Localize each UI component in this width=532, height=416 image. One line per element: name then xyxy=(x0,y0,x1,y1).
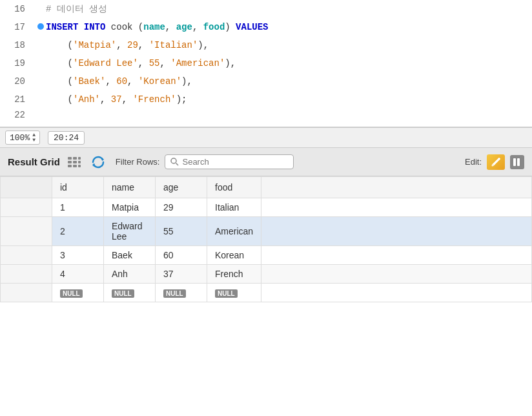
result-grid-label: Result Grid xyxy=(8,156,60,167)
line-indicator xyxy=(36,23,46,30)
cell-extra xyxy=(261,198,532,217)
svg-line-12 xyxy=(176,163,179,166)
grid-view-icon xyxy=(67,156,81,168)
time-display: 20:24 xyxy=(48,131,85,145)
cell-name[interactable]: Matpia xyxy=(104,198,156,217)
row-num-cell xyxy=(1,217,52,246)
table-row[interactable]: 4Anh37French xyxy=(1,265,532,284)
code-token: 'Edward Lee' xyxy=(73,58,138,68)
code-token: ), xyxy=(181,76,192,87)
col-food: food xyxy=(207,177,261,198)
code-token: , xyxy=(127,76,138,87)
cell-id[interactable]: 1 xyxy=(52,198,104,217)
code-token: INSERT INTO xyxy=(46,22,105,32)
pencil-icon xyxy=(491,157,501,167)
svg-rect-8 xyxy=(78,165,81,167)
status-bar: 100% ▲ ▼ 20:24 xyxy=(0,127,532,148)
code-line: 16# 데이터 생성 xyxy=(0,0,532,18)
zoom-control[interactable]: 100% ▲ ▼ xyxy=(5,130,40,145)
code-token: ( xyxy=(46,94,73,105)
null-badge: NULL xyxy=(215,289,238,298)
code-token: 'American' xyxy=(170,58,225,68)
cell-food[interactable]: Italian xyxy=(207,198,261,217)
null-id: NULL xyxy=(52,284,104,302)
table-row[interactable]: 3Baek60Korean xyxy=(1,246,532,265)
cell-food[interactable]: French xyxy=(207,265,261,284)
cell-extra xyxy=(261,265,532,284)
row-num-cell xyxy=(1,265,52,284)
code-line: 20 ('Baek', 60, 'Korean'), xyxy=(0,72,532,90)
svg-rect-2 xyxy=(78,157,81,160)
svg-rect-3 xyxy=(68,161,72,163)
code-token: 55 xyxy=(149,58,160,68)
code-content: # 데이터 생성 xyxy=(46,1,532,17)
filter-rows-label: Filter Rows: xyxy=(116,157,160,167)
code-token: age xyxy=(176,22,192,32)
code-content: ('Anh', 37, 'French'); xyxy=(46,92,532,107)
zoom-arrows: ▲ ▼ xyxy=(32,132,36,143)
edit-pencil-button[interactable] xyxy=(487,154,505,170)
line-number: 19 xyxy=(0,58,36,68)
cell-name[interactable]: Baek xyxy=(104,246,156,265)
cell-id[interactable]: 4 xyxy=(52,265,104,284)
cell-name[interactable]: Edward Lee xyxy=(104,217,156,246)
cell-extra xyxy=(261,246,532,265)
result-table: id name age food 1Matpia29Italian2Edward… xyxy=(0,176,532,302)
cell-age[interactable]: 37 xyxy=(156,265,207,284)
table-row[interactable]: 1Matpia29Italian xyxy=(1,198,532,217)
svg-rect-5 xyxy=(78,161,81,163)
line-number: 16 xyxy=(0,4,36,14)
code-content: ('Matpia', 29, 'Italian'), xyxy=(46,37,532,53)
cell-id[interactable]: 2 xyxy=(52,217,104,246)
code-token: 'Baek' xyxy=(73,76,105,87)
code-token: 'Matpia' xyxy=(73,40,116,50)
grid-view-button[interactable] xyxy=(65,154,83,170)
svg-rect-7 xyxy=(73,165,77,167)
code-line: 18 ('Matpia', 29, 'Italian'), xyxy=(0,36,532,54)
cell-age[interactable]: 29 xyxy=(156,198,207,217)
refresh-button[interactable] xyxy=(88,153,108,171)
row-num-cell xyxy=(1,198,52,217)
null-name: NULL xyxy=(104,284,156,302)
cell-food[interactable]: Korean xyxy=(207,246,261,265)
cell-name[interactable]: Anh xyxy=(104,265,156,284)
code-token: , xyxy=(122,94,133,105)
cell-age[interactable]: 55 xyxy=(156,217,207,246)
code-token: , xyxy=(159,58,170,68)
col-age: age xyxy=(156,177,207,198)
null-badge: NULL xyxy=(112,289,134,298)
search-box[interactable] xyxy=(165,154,294,169)
code-token: ) xyxy=(225,22,236,32)
line-number: 21 xyxy=(0,94,36,105)
svg-marker-9 xyxy=(101,158,104,161)
code-token: ), xyxy=(225,58,236,68)
cell-id[interactable]: 3 xyxy=(52,246,104,265)
null-badge: NULL xyxy=(163,289,186,298)
code-content: ('Edward Lee', 55, 'American'), xyxy=(46,56,532,71)
code-line: 17INSERT INTO cook (name, age, food) VAL… xyxy=(0,18,532,36)
cell-food[interactable]: American xyxy=(207,217,261,246)
code-token: , xyxy=(138,40,149,50)
code-token: , xyxy=(165,22,176,32)
code-token: ( xyxy=(46,76,73,87)
search-input[interactable] xyxy=(182,157,272,167)
columns-button[interactable] xyxy=(510,155,524,169)
line-number: 20 xyxy=(0,76,36,87)
cell-age[interactable]: 60 xyxy=(156,246,207,265)
result-toolbar: Result Grid Filter Rows: Edit: xyxy=(0,148,532,176)
code-token: 'Italian' xyxy=(149,40,198,50)
code-content: ('Baek', 60, 'Korean'), xyxy=(46,74,532,89)
code-token: , xyxy=(138,58,149,68)
code-token: , xyxy=(105,76,116,87)
svg-rect-1 xyxy=(73,157,77,160)
code-line: 22 xyxy=(0,109,532,127)
table-row[interactable]: 2Edward Lee55American xyxy=(1,217,532,246)
breakpoint-dot xyxy=(37,23,44,30)
line-number: 17 xyxy=(0,22,36,32)
edit-label: Edit: xyxy=(465,157,482,167)
code-token: , xyxy=(116,40,127,50)
columns-icon xyxy=(513,158,522,167)
code-token: # 데이터 생성 xyxy=(46,4,107,14)
cell-extra xyxy=(261,217,532,246)
svg-rect-0 xyxy=(68,157,72,160)
